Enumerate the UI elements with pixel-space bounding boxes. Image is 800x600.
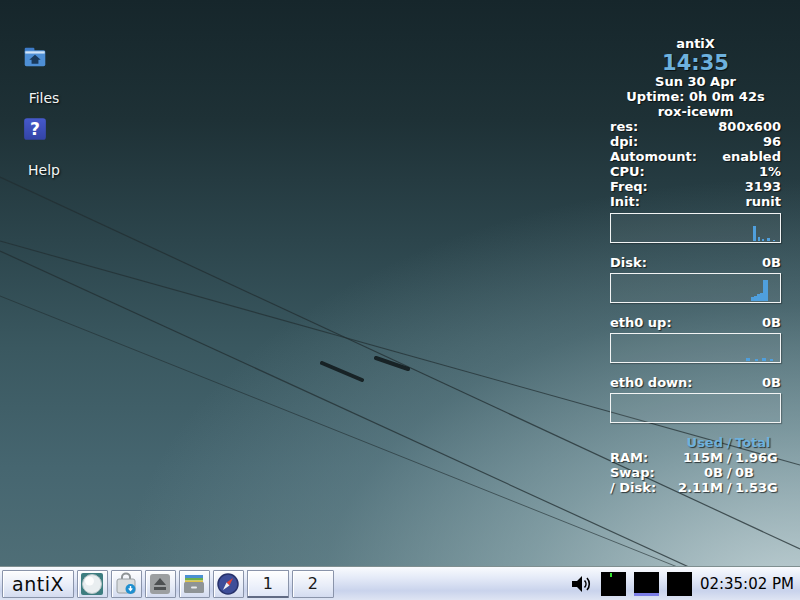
launcher-file-drawer[interactable]: [179, 570, 210, 598]
globe-icon: [80, 572, 104, 596]
info-value: 96: [763, 134, 781, 149]
info-label: dpi:: [610, 134, 638, 149]
conky-date: Sun 30 Apr: [610, 74, 781, 89]
ram-usage-row: RAM: 115M / 1.96G: [610, 450, 781, 465]
taskbar-tray: 02:35:02 PM: [569, 572, 800, 596]
taskbar-left: antiX: [0, 567, 334, 600]
conky-info-row: CPU: 1%: [610, 164, 781, 179]
compass-browser-icon: [216, 572, 240, 596]
info-value: 0B: [762, 315, 781, 330]
desktop-icon-label: Help: [28, 162, 60, 178]
info-label: Automount:: [610, 149, 697, 164]
swap-usage-row: Swap: 0B / 0B: [610, 465, 781, 480]
conky-clock: 14:35: [610, 52, 781, 74]
conky-info-row: Automount: enabled: [610, 149, 781, 164]
disk-io-graph: [610, 273, 781, 303]
folder-home-icon: [23, 45, 65, 87]
info-value: 3193: [745, 179, 781, 194]
taskbar-clock: 02:35:02 PM: [700, 575, 796, 593]
start-menu-button[interactable]: antiX: [2, 570, 74, 598]
conky-info-row: dpi: 96: [610, 134, 781, 149]
info-label: eth0 up:: [610, 315, 672, 330]
desktop-background: Files ? Help antiX 14:35 Sun 30 Apr U: [0, 0, 800, 600]
conky-info-row: Init: runit: [610, 194, 781, 209]
svg-text:?: ?: [30, 119, 40, 139]
info-value: runit: [745, 194, 781, 209]
eth0-up-graph: [610, 333, 781, 363]
conky-session: rox-icewm: [610, 104, 781, 119]
desktop-icon-label: Files: [29, 90, 60, 106]
eth0-up-section: eth0 up: 0B: [610, 315, 781, 363]
used-header: Used: [671, 435, 723, 450]
info-label: Init:: [610, 194, 640, 209]
conky-system-monitor: antiX 14:35 Sun 30 Apr Uptime: 0h 0m 42s…: [610, 36, 781, 495]
net-monitor-applet[interactable]: [634, 572, 659, 596]
root-disk-usage-row: / Disk: 2.11M / 1.53G: [610, 480, 781, 495]
eject-icon: [148, 572, 172, 596]
desktop-icons: Files ? Help: [13, 45, 75, 178]
desktop-icon-help[interactable]: ? Help: [13, 117, 75, 178]
conky-uptime: Uptime: 0h 0m 42s: [610, 89, 781, 104]
cpu-graph: [610, 213, 781, 243]
info-label: Disk:: [610, 255, 647, 270]
workspace-button-2[interactable]: 2: [292, 570, 334, 598]
conky-info-row: Freq: 3193: [610, 179, 781, 194]
total-header: Total: [735, 435, 781, 450]
conky-info-row: Disk: 0B: [610, 255, 781, 270]
memory-usage-table: Used / Total RAM: 115M / 1.96G Swap: 0B …: [610, 435, 781, 495]
usage-header-row: Used / Total: [610, 435, 781, 450]
launcher-mount-eject[interactable]: [145, 570, 176, 598]
launcher-show-desktop[interactable]: [77, 570, 108, 598]
info-value: 0B: [762, 375, 781, 390]
net-activity-bar: [634, 593, 659, 596]
info-value: 0B: [762, 255, 781, 270]
cpu-activity-mark: [610, 573, 612, 577]
question-mark-icon: ?: [23, 117, 65, 159]
info-label: eth0 down:: [610, 375, 693, 390]
file-drawer-icon: [182, 572, 206, 596]
conky-info-row: eth0 down: 0B: [610, 375, 781, 390]
info-value: 1%: [759, 164, 781, 179]
conky-distro-title: antiX: [610, 36, 781, 52]
eth0-down-graph: [610, 393, 781, 423]
info-label: Freq:: [610, 179, 648, 194]
desktop-icon-files[interactable]: Files: [13, 45, 75, 106]
conky-info-row: res: 800x600: [610, 119, 781, 134]
info-label: res:: [610, 119, 638, 134]
package-bag-icon: [114, 572, 138, 596]
speaker-icon[interactable]: [569, 572, 593, 596]
mem-monitor-applet[interactable]: [667, 572, 692, 596]
launcher-package-installer[interactable]: [111, 570, 142, 598]
disk-section: Disk: 0B: [610, 255, 781, 303]
launcher-web-browser[interactable]: [213, 570, 244, 598]
cpu-monitor-applet[interactable]: [601, 572, 626, 596]
workspace-button-1[interactable]: 1: [247, 570, 289, 598]
conky-info-row: eth0 up: 0B: [610, 315, 781, 330]
taskbar: antiX: [0, 566, 800, 600]
eth0-down-section: eth0 down: 0B: [610, 375, 781, 423]
info-value: enabled: [722, 149, 781, 164]
info-value: 800x600: [718, 119, 781, 134]
info-label: CPU:: [610, 164, 645, 179]
